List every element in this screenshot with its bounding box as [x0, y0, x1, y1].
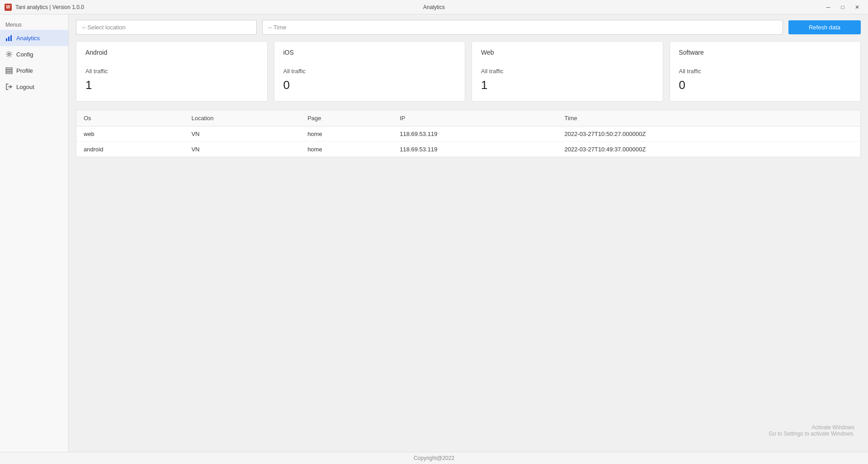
top-controls: -- Select location -- Time Refesh data [76, 20, 861, 35]
android-card: Android All traffic 1 [76, 41, 268, 102]
app-logo-icon: W [5, 4, 12, 11]
profile-icon [5, 67, 13, 74]
maximize-button[interactable]: □ [836, 3, 849, 12]
col-location: Location [184, 110, 300, 127]
title-bar-left: W Tani analytics | Version 1.0.0 [5, 4, 84, 11]
cell-page: home [300, 127, 392, 142]
refresh-button[interactable]: Refesh data [788, 20, 861, 34]
config-icon [5, 51, 13, 58]
android-traffic-label: All traffic [85, 68, 258, 75]
data-table: Os Location Page IP Time webVNhome118.69… [76, 110, 861, 157]
col-page: Page [300, 110, 392, 127]
location-select[interactable]: -- Select location [76, 20, 257, 35]
content-area: -- Select location -- Time Refesh data A… [69, 14, 868, 452]
software-traffic-value: 0 [679, 78, 852, 92]
svg-rect-0 [6, 38, 7, 41]
sidebar-item-config[interactable]: Config [0, 46, 68, 62]
cell-location: VN [184, 142, 300, 157]
analytics-icon [5, 34, 13, 42]
close-button[interactable]: ✕ [851, 3, 863, 12]
table-header-row: Os Location Page IP Time [76, 110, 860, 127]
cell-page: home [300, 142, 392, 157]
cell-ip: 118.69.53.119 [392, 142, 557, 157]
logout-icon [5, 83, 13, 90]
col-time: Time [557, 110, 860, 127]
software-card-title: Software [679, 49, 852, 56]
ios-card: iOS All traffic 0 [274, 41, 466, 102]
cell-time: 2022-03-27T10:50:27.000000Z [557, 127, 860, 142]
android-card-title: Android [85, 49, 258, 56]
stats-cards: Android All traffic 1 iOS All traffic 0 … [76, 41, 861, 102]
time-select[interactable]: -- Time [262, 20, 783, 35]
ios-traffic-value: 0 [283, 78, 456, 92]
web-traffic-value: 1 [481, 78, 654, 92]
sidebar-section-label: Menus [0, 18, 68, 30]
cell-time: 2022-03-27T10:49:37.000000Z [557, 142, 860, 157]
sidebar-analytics-label: Analytics [16, 35, 40, 42]
sidebar-profile-label: Profile [16, 67, 33, 74]
web-traffic-label: All traffic [481, 68, 654, 75]
app-body: Menus Analytics Config [0, 14, 868, 452]
svg-rect-6 [6, 72, 12, 74]
software-card: Software All traffic 0 [670, 41, 861, 102]
svg-point-3 [8, 53, 10, 56]
ios-card-title: iOS [283, 49, 456, 56]
footer: Copyright@2022 [0, 452, 868, 464]
col-os: Os [76, 110, 184, 127]
web-card: Web All traffic 1 [472, 41, 663, 102]
app-title: Tani analytics | Version 1.0.0 [15, 4, 84, 10]
cell-os: android [76, 142, 184, 157]
sidebar-item-logout[interactable]: Logout [0, 79, 68, 95]
svg-rect-2 [10, 35, 12, 41]
sidebar: Menus Analytics Config [0, 14, 69, 452]
svg-rect-5 [6, 70, 12, 71]
table-row: androidVNhome118.69.53.1192022-03-27T10:… [76, 142, 860, 157]
software-traffic-label: All traffic [679, 68, 852, 75]
sidebar-config-label: Config [16, 51, 33, 58]
svg-rect-4 [6, 68, 12, 69]
title-bar: W Tani analytics | Version 1.0.0 Analyti… [0, 0, 868, 14]
col-ip: IP [392, 110, 557, 127]
android-traffic-value: 1 [85, 78, 258, 92]
table-row: webVNhome118.69.53.1192022-03-27T10:50:2… [76, 127, 860, 142]
sidebar-item-analytics[interactable]: Analytics [0, 30, 68, 46]
minimize-button[interactable]: ─ [822, 3, 835, 12]
sidebar-logout-label: Logout [16, 84, 34, 90]
window-title: Analytics [423, 4, 445, 10]
copyright-text: Copyright@2022 [414, 455, 454, 461]
cell-os: web [76, 127, 184, 142]
sidebar-item-profile[interactable]: Profile [0, 62, 68, 79]
ios-traffic-label: All traffic [283, 68, 456, 75]
web-card-title: Web [481, 49, 654, 56]
svg-rect-1 [8, 37, 9, 41]
cell-ip: 118.69.53.119 [392, 127, 557, 142]
cell-location: VN [184, 127, 300, 142]
window-controls: ─ □ ✕ [822, 3, 863, 12]
